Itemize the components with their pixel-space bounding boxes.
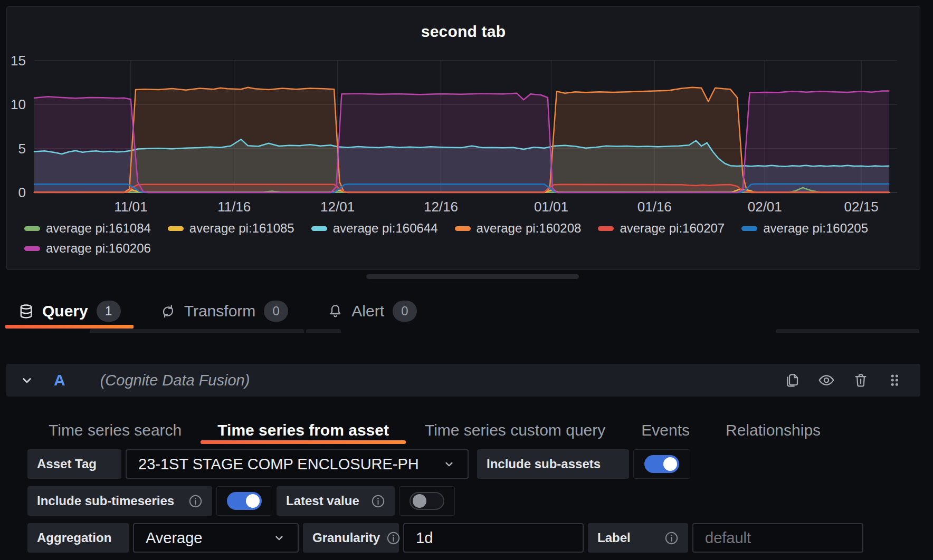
legend-label: average pi:160207: [620, 221, 725, 236]
tab-transform[interactable]: Transform0: [147, 294, 301, 328]
label-label: Label: [588, 523, 688, 553]
tab-count-badge: 0: [393, 301, 417, 322]
tab-label: Query: [42, 302, 88, 320]
database-icon: [18, 303, 34, 320]
copy-icon[interactable]: [782, 370, 802, 390]
asset-tag-select[interactable]: 23-1ST STAGE COMP ENCLOSURE-PH: [126, 449, 469, 479]
legend-item[interactable]: average pi:161084: [24, 221, 151, 235]
chevron-down-icon: [442, 457, 456, 471]
asset-tag-label: Asset Tag: [27, 449, 121, 479]
query-row-actions: [782, 370, 905, 391]
include-sub-timeseries-label: Include sub-timeseries: [27, 486, 212, 516]
legend-item[interactable]: average pi:160207: [598, 221, 725, 235]
drag-handle-icon[interactable]: [884, 370, 905, 390]
panel-title: second tab: [7, 23, 920, 41]
granularity-input[interactable]: [403, 523, 584, 553]
granularity-label: Granularity: [303, 523, 399, 553]
legend-label: average pi:160205: [763, 221, 868, 236]
legend-item[interactable]: average pi:160206: [24, 242, 151, 255]
legend-label: average pi:160644: [333, 221, 438, 236]
query-ref-id[interactable]: A: [54, 371, 65, 389]
form-row-toggles: Include sub-timeseries Latest value: [27, 486, 455, 516]
transform-icon: [160, 303, 176, 320]
subtab-events[interactable]: Events: [624, 416, 707, 445]
editor-tabbar: Query1Transform0Alert0: [5, 294, 443, 328]
tab-count-badge: 0: [264, 301, 288, 322]
chevron-down-icon: [272, 531, 286, 545]
legend-label: average pi:160208: [477, 221, 582, 236]
include-sub-timeseries-toggle[interactable]: [216, 486, 272, 516]
aggregation-select[interactable]: Average: [133, 523, 299, 553]
latest-value-label: Latest value: [277, 486, 395, 516]
tab-query[interactable]: Query1: [5, 294, 134, 328]
query-row-A: A (Cognite Data Fusion): [6, 364, 920, 397]
info-icon[interactable]: [365, 494, 385, 508]
eye-icon[interactable]: [816, 370, 837, 391]
series-color-swatch: [598, 226, 614, 231]
tab-label: Transform: [184, 302, 256, 320]
info-icon[interactable]: [182, 494, 203, 508]
collapsed-row-edge: [306, 329, 341, 333]
series-color-swatch: [455, 226, 471, 231]
series-color-swatch: [24, 246, 40, 251]
editor-splitter-handle[interactable]: [366, 274, 579, 279]
tab-label: Alert: [351, 302, 384, 320]
legend-item[interactable]: average pi:160644: [311, 221, 438, 235]
subtab-relationships[interactable]: Relationships: [709, 416, 837, 445]
subtab-time-series-custom-query[interactable]: Time series custom query: [408, 416, 622, 445]
legend-item[interactable]: average pi:160208: [455, 221, 582, 235]
form-row-aggregation: Aggregation Average Granularity Label: [27, 523, 863, 553]
aggregation-label: Aggregation: [27, 523, 129, 553]
collapsed-row-edge: [90, 329, 304, 333]
legend-item[interactable]: average pi:161085: [168, 221, 294, 235]
include-sub-assets-label: Include sub-assets: [477, 449, 629, 479]
tab-alert[interactable]: Alert0: [315, 294, 430, 328]
series-color-swatch: [741, 226, 757, 231]
series-color-swatch: [311, 226, 327, 231]
series-color-swatch: [24, 226, 40, 231]
subtab-time-series-from-asset[interactable]: Time series from asset: [201, 416, 406, 445]
legend-label: average pi:161084: [46, 221, 151, 236]
latest-value-toggle[interactable]: [399, 486, 455, 516]
info-icon[interactable]: [658, 531, 679, 545]
series-color-swatch: [168, 226, 184, 231]
collapse-chevron-icon[interactable]: [19, 372, 35, 388]
legend-label: average pi:161085: [189, 221, 294, 236]
legend-item[interactable]: average pi:160205: [741, 221, 868, 235]
include-sub-assets-toggle[interactable]: [633, 449, 690, 479]
subtab-time-series-search[interactable]: Time series search: [32, 416, 198, 445]
collapsed-row-edge: [776, 329, 919, 333]
legend-label: average pi:160206: [46, 241, 151, 256]
tab-count-badge: 1: [97, 301, 121, 322]
chart-legend: average pi:161084average pi:161085averag…: [24, 221, 902, 255]
trash-icon[interactable]: [851, 370, 871, 390]
query-type-tabs: Time series searchTime series from asset…: [32, 416, 840, 445]
form-row-asset: Asset Tag 23-1ST STAGE COMP ENCLOSURE-PH…: [27, 449, 690, 479]
datasource-name: (Cognite Data Fusion): [100, 372, 250, 389]
bell-icon: [327, 303, 344, 320]
grafana-panel-editor: second tab 05101511/0111/1612/0112/1601/…: [0, 0, 933, 560]
label-input[interactable]: [692, 523, 863, 553]
info-icon[interactable]: [380, 531, 401, 545]
